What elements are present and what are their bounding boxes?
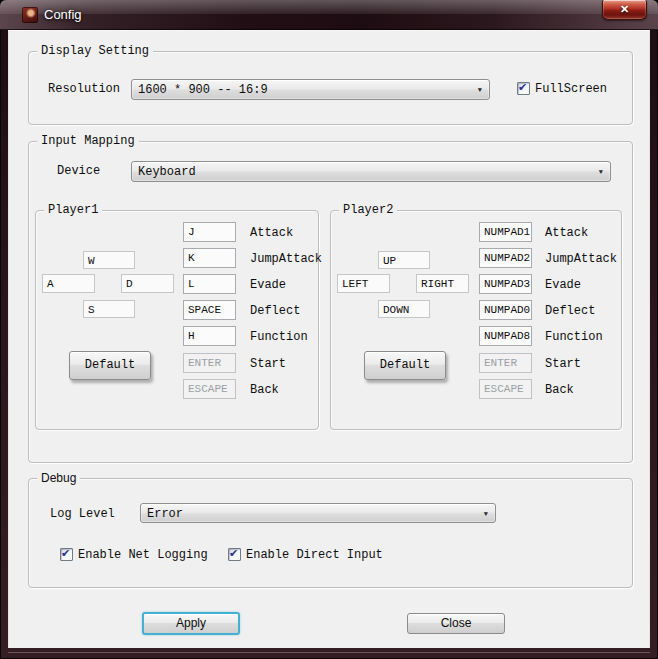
p1-key-jumpattack[interactable]: K [183, 248, 236, 268]
p1-key-left[interactable]: A [42, 274, 95, 293]
p1-action-evade: Evade [250, 278, 286, 292]
log-level-label: Log Level [50, 507, 115, 522]
p2-key-back: ESCAPE [479, 379, 532, 399]
chevron-down-icon: ▼ [484, 510, 488, 518]
p2-action-jumpattack: JumpAttack [545, 252, 617, 266]
p1-key-attack[interactable]: J [183, 222, 236, 242]
direct-input-label: Enable Direct Input [246, 548, 383, 563]
close-dialog-button[interactable]: Close [407, 613, 505, 634]
p2-default-button[interactable]: Default [364, 351, 446, 380]
p1-action-function: Function [250, 330, 308, 344]
fullscreen-checkbox[interactable]: ✔ [517, 82, 530, 95]
window-border-highlight [8, 652, 650, 653]
apply-button[interactable]: Apply [142, 612, 240, 635]
close-button[interactable]: ✕ [602, 0, 647, 20]
chevron-down-icon: ▼ [599, 168, 603, 176]
check-icon: ✔ [518, 81, 527, 94]
p2-key-attack[interactable]: NUMPAD1 [479, 222, 532, 242]
p1-key-down[interactable]: S [83, 300, 135, 318]
log-level-value: Error [147, 506, 183, 522]
net-logging-checkbox[interactable]: ✔ [60, 548, 73, 561]
player2-group-label: Player2 [339, 203, 397, 218]
debug-group: Debug [28, 478, 633, 588]
p1-key-start: ENTER [183, 353, 236, 373]
device-label: Device [57, 164, 100, 179]
net-logging-label: Enable Net Logging [78, 548, 208, 563]
p2-key-function[interactable]: NUMPAD8 [479, 326, 532, 346]
p2-key-deflect[interactable]: NUMPAD0 [479, 300, 532, 320]
p2-key-start: ENTER [479, 353, 532, 373]
p2-action-function: Function [545, 330, 603, 344]
p1-key-right[interactable]: D [121, 274, 174, 293]
p2-key-left[interactable]: LEFT [337, 274, 390, 293]
check-icon: ✔ [229, 547, 238, 560]
player1-group: Player1 W A D S J K L SPACE H ENTER ESCA… [35, 210, 319, 430]
p1-key-back: ESCAPE [183, 379, 236, 399]
p2-key-down[interactable]: DOWN [378, 300, 430, 318]
p2-key-right[interactable]: RIGHT [416, 274, 469, 293]
p1-action-start: Start [250, 357, 286, 371]
resolution-select[interactable]: 1600 * 900 -- 16:9 ▼ [131, 79, 490, 100]
p2-action-attack: Attack [545, 226, 588, 240]
check-icon: ✔ [61, 547, 70, 560]
input-mapping-group-label: Input Mapping [37, 134, 139, 149]
p2-key-jumpattack[interactable]: NUMPAD2 [479, 248, 532, 268]
p1-key-function[interactable]: H [183, 326, 236, 346]
direct-input-checkbox[interactable]: ✔ [228, 548, 241, 561]
window-title: Config [44, 7, 82, 22]
p2-key-evade[interactable]: NUMPAD3 [479, 274, 532, 294]
fullscreen-label: FullScreen [535, 82, 607, 97]
p2-action-back: Back [545, 383, 574, 397]
p1-key-deflect[interactable]: SPACE [183, 300, 236, 320]
p1-key-up[interactable]: W [83, 251, 135, 269]
debug-group-label: Debug [37, 471, 80, 486]
titlebar[interactable]: Config ✕ [0, 0, 658, 30]
p2-action-deflect: Deflect [545, 304, 595, 318]
p2-action-evade: Evade [545, 278, 581, 292]
config-window: Config ✕ Display Setting Resolution 1600… [0, 0, 658, 659]
p1-action-jumpattack: JumpAttack [250, 252, 322, 266]
p2-action-start: Start [545, 357, 581, 371]
chevron-down-icon: ▼ [478, 86, 482, 94]
log-level-select[interactable]: Error ▼ [140, 503, 496, 523]
device-select[interactable]: Keyboard ▼ [131, 161, 611, 182]
p1-action-back: Back [250, 383, 279, 397]
p1-action-attack: Attack [250, 226, 293, 240]
app-icon [22, 7, 38, 23]
player2-group: Player2 UP LEFT RIGHT DOWN NUMPAD1 NUMPA… [330, 210, 622, 430]
dialog-body: Display Setting Resolution 1600 * 900 --… [8, 30, 650, 648]
close-icon: ✕ [603, 0, 646, 18]
device-value: Keyboard [138, 164, 196, 180]
p1-action-deflect: Deflect [250, 304, 300, 318]
p2-key-up[interactable]: UP [378, 251, 430, 269]
p1-key-evade[interactable]: L [183, 274, 236, 294]
resolution-label: Resolution [48, 82, 120, 97]
p1-default-button[interactable]: Default [69, 351, 151, 380]
display-setting-group-label: Display Setting [37, 44, 153, 59]
player1-group-label: Player1 [44, 203, 102, 218]
resolution-value: 1600 * 900 -- 16:9 [138, 82, 268, 98]
